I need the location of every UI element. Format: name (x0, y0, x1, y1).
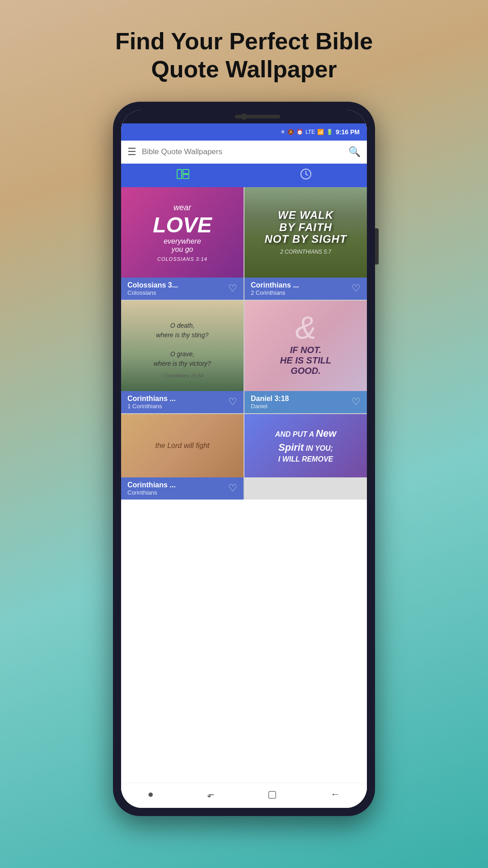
card-label-corinthians-warm: Corinthians ... Corinthians ♡ (121, 477, 244, 500)
card-label-text5: Corinthians ... Corinthians (127, 481, 176, 496)
favorite-button5[interactable]: ♡ (228, 482, 237, 494)
love-main-text: LOVE (153, 212, 212, 237)
card-subtitle3: 1 Corinthians (127, 403, 176, 410)
faith-reference: 2 CORINTHIANS 5:7 (280, 249, 331, 255)
bluetooth-icon: ✳ (281, 129, 285, 135)
card-title3: Corinthians ... (127, 395, 176, 403)
faith-main-text: WE WALKBY FAITHNOT BY SIGHT (264, 209, 347, 245)
grid-item-corinthians-warm[interactable]: the Lord will fight Corinthians ... Cori… (121, 414, 244, 500)
page-title: Find Your Perfect Bible Quote Wallpaper (86, 27, 402, 84)
grid-item-corinthians1[interactable]: O death,where is thy sting?O grave,where… (121, 301, 244, 413)
grid-item-daniel[interactable]: & IF NOT.HE IS STILLGOOD. Daniel 3:18 Da… (244, 301, 367, 413)
phone-frame: ✳ 🔕 ⏰ LTE 📶 🔋 9:16 PM ☰ 🔍 (113, 102, 375, 816)
battery-icon: 🔋 (326, 129, 333, 135)
speaker-grill (235, 115, 280, 118)
wallpaper-grid: wear LOVE everywhereyou go COLOSSIANS 3:… (121, 187, 367, 783)
lte-label: LTE (305, 129, 315, 135)
card-image-corinthians-warm: the Lord will fight (121, 414, 244, 477)
svg-rect-1 (183, 170, 189, 174)
title-line1: Find Your Perfect Bible (115, 28, 373, 54)
card-subtitle2: 2 Corinthians (251, 289, 299, 296)
card-image-faith: WE WALKBY FAITHNOT BY SIGHT 2 CORINTHIAN… (244, 187, 367, 278)
card-love-content: wear LOVE everywhereyou go COLOSSIANS 3:… (144, 194, 221, 271)
love-everywhere-text: everywhereyou go (153, 237, 212, 254)
alarm-icon: ⏰ (296, 129, 303, 135)
svg-rect-0 (177, 170, 182, 179)
card-ifnot-content: & IF NOT.HE IS STILLGOOD. (276, 306, 336, 385)
favorite-button2[interactable]: ♡ (352, 283, 361, 294)
card-label-text4: Daniel 3:18 Daniel (251, 395, 289, 410)
card-title: Colossians 3... (127, 281, 178, 289)
grid-container: wear LOVE everywhereyou go COLOSSIANS 3:… (121, 187, 367, 500)
recents-nav-icon[interactable]: ▢ (267, 788, 277, 800)
love-wear-text: wear (153, 203, 212, 212)
signal-icon: 📶 (317, 129, 324, 135)
side-button (375, 228, 379, 264)
grid-item-spirit[interactable]: AND PUT A NewSpirit IN YOU;I WILL REMOVE (244, 414, 367, 500)
tabs-bar (121, 164, 367, 187)
faith-text-overlay: WE WALKBY FAITHNOT BY SIGHT 2 CORINTHIAN… (244, 187, 367, 278)
left-nav-icon[interactable]: ← (330, 788, 340, 800)
favorite-button3[interactable]: ♡ (228, 396, 237, 408)
card-image-ifnot: & IF NOT.HE IS STILLGOOD. (244, 301, 367, 391)
grid-item-colossians[interactable]: wear LOVE everywhereyou go COLOSSIANS 3:… (121, 187, 244, 300)
hamburger-menu-icon[interactable]: ☰ (127, 146, 136, 158)
status-bar: ✳ 🔕 ⏰ LTE 📶 🔋 9:16 PM (121, 123, 367, 141)
card-label-daniel: Daniel 3:18 Daniel ♡ (244, 391, 367, 413)
bottom-nav: ● ⬐ ▢ ← (121, 783, 367, 808)
favorite-button4[interactable]: ♡ (352, 396, 361, 408)
card-label-corinthians1: Corinthians ... 1 Corinthians ♡ (121, 391, 244, 413)
status-icons: ✳ 🔕 ⏰ LTE 📶 🔋 (281, 129, 333, 135)
card-label-corinthians2: Corinthians ... 2 Corinthians ♡ (244, 278, 367, 300)
card-label-text: Colossians 3... Colossians (127, 281, 178, 296)
card-subtitle: Colossians (127, 289, 178, 296)
search-bar: ☰ 🔍 (121, 141, 367, 164)
card-title4: Daniel 3:18 (251, 395, 289, 403)
svg-rect-2 (183, 175, 189, 179)
card-image-death: O death,where is thy sting?O grave,where… (121, 301, 244, 391)
search-input[interactable] (142, 147, 343, 156)
mute-icon: 🔕 (287, 129, 294, 135)
search-icon[interactable]: 🔍 (348, 146, 361, 158)
ifnot-ampersand: & (280, 315, 331, 340)
card-subtitle4: Daniel (251, 403, 289, 410)
back-nav-icon[interactable]: ⬐ (207, 789, 215, 800)
ifnot-main: IF NOT.HE IS STILLGOOD. (280, 345, 331, 376)
card-label-text2: Corinthians ... 2 Corinthians (251, 281, 299, 296)
love-reference: COLOSSIANS 3:14 (153, 256, 212, 262)
phone-screen: ✳ 🔕 ⏰ LTE 📶 🔋 9:16 PM ☰ 🔍 (121, 110, 367, 808)
card-death-content: O death,where is thy sting?O grave,where… (147, 312, 217, 380)
card-subtitle5: Corinthians (127, 489, 176, 496)
svg-line-5 (306, 174, 308, 175)
card-label-text3: Corinthians ... 1 Corinthians (127, 395, 176, 410)
gallery-tab-icon[interactable] (177, 169, 189, 182)
card-image-love: wear LOVE everywhereyou go COLOSSIANS 3:… (121, 187, 244, 278)
card-title2: Corinthians ... (251, 281, 299, 289)
favorite-button[interactable]: ♡ (228, 283, 237, 294)
grid-item-corinthians2[interactable]: WE WALKBY FAITHNOT BY SIGHT 2 CORINTHIAN… (244, 187, 367, 300)
card-spirit-content: AND PUT A NewSpirit IN YOU;I WILL REMOVE (268, 420, 343, 472)
home-nav-icon[interactable]: ● (148, 788, 154, 800)
title-line2: Quote Wallpaper (151, 56, 337, 82)
status-time: 9:16 PM (336, 128, 360, 136)
card-image-spirit: AND PUT A NewSpirit IN YOU;I WILL REMOVE (244, 414, 367, 477)
phone-top-bar (121, 110, 367, 123)
corinthians-warm-text: the Lord will fight (148, 435, 216, 457)
history-tab-icon[interactable] (300, 168, 312, 183)
card-title5: Corinthians ... (127, 481, 176, 489)
card-label-colossians: Colossians 3... Colossians ♡ (121, 278, 244, 300)
